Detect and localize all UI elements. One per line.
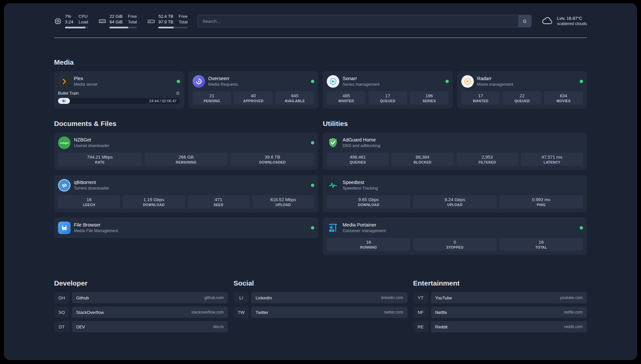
cpu-usage: 7%: [65, 14, 73, 19]
search-provider-button[interactable]: G: [518, 15, 532, 27]
status-dot: [311, 226, 314, 229]
bookmark-url: twitter.com: [384, 310, 403, 315]
bookmark-name: StackOverflow: [76, 310, 104, 315]
bookmark-github[interactable]: GH Github github.com: [54, 292, 228, 303]
service-name: Media Portainer: [343, 222, 386, 228]
cpu-label-1: CPU: [78, 14, 88, 19]
speedtest-icon: [327, 179, 339, 192]
bookmark-name: YouTube: [435, 295, 452, 300]
disk-label-1: Free: [179, 14, 188, 19]
topbar-divider: [54, 38, 587, 38]
portainer-icon: [327, 222, 339, 234]
qbittorrent-icon: qb: [58, 179, 71, 192]
service-name: AdGuard Home: [343, 137, 380, 143]
stat-download: 9.65 Gbps DOWNLOAD: [327, 195, 411, 208]
service-description: Movie management: [477, 82, 513, 87]
bookmark-name: Reddit: [435, 324, 448, 329]
search-input[interactable]: [198, 15, 518, 27]
bookmark-abbr: GH: [54, 292, 69, 303]
bookmark-abbr: LI: [233, 292, 249, 303]
bookmark-reddit[interactable]: RE Reddit reddit.com: [413, 321, 587, 332]
service-card-adguard[interactable]: AdGuard Home DNS and adblocking 498,461 …: [323, 133, 587, 170]
bookmark-stackoverflow[interactable]: SO StackOverflow stackoverflow.com: [54, 307, 228, 318]
bookmark-twitter[interactable]: TW Twitter twitter.com: [233, 307, 407, 318]
overseerr-icon: [193, 75, 205, 88]
weather-widget[interactable]: Lviv, 16.87°C scattered clouds: [541, 15, 587, 27]
stat-upload: 618.52 Mbps UPLOAD: [252, 195, 314, 208]
service-card-nzbget[interactable]: nzbget NZBGet Usenet downloader 744.21 M…: [54, 133, 318, 170]
stat-total: 16 TOTAL: [499, 238, 583, 251]
bookmark-youtube[interactable]: YT YouTube youtube.com: [413, 292, 587, 303]
service-description: Speedtest Tracking: [343, 186, 378, 191]
service-card-qbittorrent[interactable]: qb qBittorrent Torrent downloader 16 LEE…: [54, 175, 318, 212]
bookmark-dev[interactable]: DT DEV dev.to: [54, 321, 228, 332]
bookmark-group-entertainment: Entertainment YT YouTube youtube.com NF …: [413, 279, 587, 336]
bookmark-abbr: DT: [54, 321, 69, 332]
stat-queued: 17 QUEUED: [368, 91, 407, 105]
bookmark-linkedin[interactable]: LI LinkedIn linkedin.com: [233, 292, 407, 303]
now-playing-widget: Bullet Train ⚙ 24:44 / 02:06:47: [58, 91, 180, 104]
stat-downloaded: 39.6 TB DOWNLOADED: [230, 153, 314, 166]
filebrowser-icon: [58, 222, 71, 234]
stat-pending: 21 PENDING: [193, 91, 231, 105]
section-title-media: Media: [54, 58, 587, 66]
status-dot: [177, 80, 180, 83]
stat-series: 196 SERIES: [410, 91, 449, 105]
service-card-overseerr[interactable]: Overseerr Media Requests 21 PENDING 40 A…: [189, 71, 319, 108]
bookmark-url: linkedin.com: [381, 295, 403, 300]
disk-monitor: 52.4 TB 97.9 TB Free Total: [147, 14, 188, 28]
bookmark-name: Github: [76, 295, 89, 300]
stat-running: 16 RUNNING: [327, 238, 411, 251]
bookmark-group-social: Social LI LinkedIn linkedin.com TW Twitt…: [233, 279, 407, 336]
stat-stopped: 0 STOPPED: [413, 238, 497, 251]
cpu-progress-bar: [65, 27, 88, 28]
stat-upload: 9.24 Gbps UPLOAD: [413, 195, 497, 208]
service-card-filebrowser[interactable]: File Browser Media File Management: [54, 218, 318, 238]
service-description: Container management: [343, 228, 386, 233]
service-description: Media File Management: [74, 228, 118, 233]
pause-icon[interactable]: [58, 98, 70, 104]
stat-blocked: 86,384 BLOCKED: [391, 153, 453, 166]
service-card-radarr[interactable]: Radarr Movie management 17 WANTED 22 QUE…: [457, 71, 587, 108]
search-bar: G: [198, 15, 532, 27]
cpu-monitor: 7% 3.24 CPU Load: [54, 14, 88, 28]
memory-progress-bar: [109, 27, 137, 28]
service-card-speedtest[interactable]: Speedtest Speedtest Tracking 9.65 Gbps D…: [323, 175, 587, 212]
dashboard: 7% 3.24 CPU Load: [4, 3, 637, 360]
service-name: Overseerr: [208, 76, 238, 82]
playback-progress-bar[interactable]: 24:44 / 02:06:47: [58, 98, 180, 104]
bookmark-url: reddit.com: [564, 324, 583, 329]
stat-wanted: 485 WANTED: [327, 91, 366, 105]
bookmark-abbr: TW: [233, 307, 249, 318]
service-description: Media server: [74, 82, 98, 87]
bookmark-group-developer: Developer GH Github github.com SO StackO…: [54, 279, 228, 336]
stat-available: 945 AVAILABLE: [275, 91, 314, 105]
section-title-documents: Documents & Files: [54, 120, 318, 128]
service-card-sonarr[interactable]: Sonarr Series management 485 WANTED 17 Q…: [323, 71, 453, 108]
radarr-icon: [461, 75, 474, 88]
service-description: Series management: [343, 82, 380, 87]
plex-icon: [58, 75, 71, 88]
resource-monitors: 7% 3.24 CPU Load: [54, 14, 188, 28]
service-card-portainer[interactable]: Media Portainer Container management 16 …: [323, 218, 587, 255]
status-dot: [311, 184, 314, 187]
memory-free: 22 GiB: [109, 14, 123, 19]
service-name: Sonarr: [343, 76, 380, 82]
service-card-plex[interactable]: Plex Media server Bullet Train ⚙ 24:44 /…: [54, 71, 184, 108]
bookmark-netflix[interactable]: NF Netflix netflix.com: [413, 307, 587, 318]
weather-location: Lviv, 16.87°C: [557, 15, 587, 21]
gear-icon[interactable]: ⚙: [176, 91, 180, 96]
section-utilities: Utilities: [323, 120, 587, 260]
sonarr-icon: [327, 75, 339, 88]
service-description: Media Requests: [208, 82, 238, 87]
playback-time: 24:44 / 02:06:47: [149, 99, 180, 103]
bookmark-url: github.com: [204, 295, 224, 300]
bookmark-url: netflix.com: [564, 310, 583, 315]
memory-icon: [99, 17, 106, 25]
section-title-developer: Developer: [54, 279, 228, 287]
stat-ping: 0.993 ms PING: [499, 195, 583, 208]
disk-free: 52.4 TB: [158, 14, 173, 19]
service-name: qBittorrent: [74, 179, 109, 186]
cpu-load: 3.24: [65, 19, 73, 25]
adguard-icon: [327, 136, 339, 149]
